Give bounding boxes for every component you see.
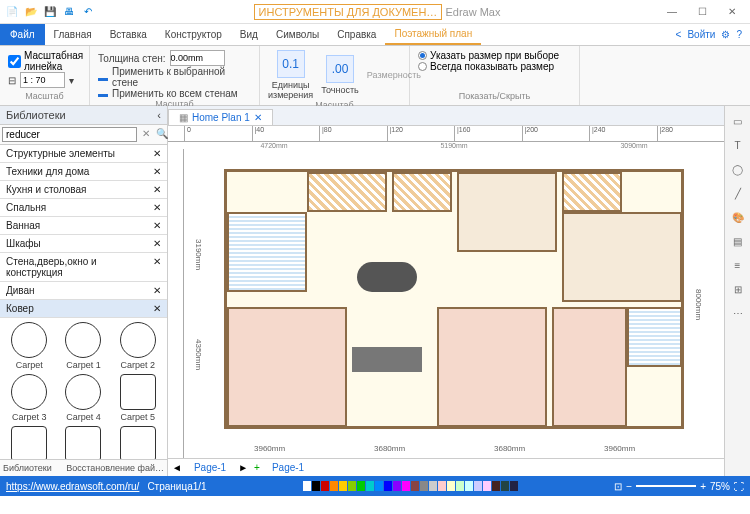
- help-icon[interactable]: ?: [736, 29, 742, 40]
- color-swatch[interactable]: [456, 481, 464, 491]
- wall-thickness-input[interactable]: [170, 50, 225, 66]
- color-swatch[interactable]: [510, 481, 518, 491]
- tool-align-icon[interactable]: ≡: [729, 256, 747, 274]
- library-search-input[interactable]: [2, 127, 137, 142]
- scale-ruler-checkbox[interactable]: [8, 55, 21, 68]
- tool-group-icon[interactable]: ⊞: [729, 280, 747, 298]
- color-swatch[interactable]: [330, 481, 338, 491]
- lib-cat-bathroom[interactable]: Ванная✕: [0, 217, 167, 235]
- page-tab-1[interactable]: Page-1: [188, 461, 232, 474]
- scale-increase-icon[interactable]: ▾: [69, 75, 74, 86]
- menu-view[interactable]: Вид: [231, 24, 267, 45]
- footer-restore[interactable]: Восстановление фай…: [66, 463, 164, 473]
- close-icon[interactable]: ✕: [718, 2, 746, 22]
- room-bath-2[interactable]: [627, 307, 682, 367]
- color-swatch[interactable]: [465, 481, 473, 491]
- color-swatch[interactable]: [357, 481, 365, 491]
- zoom-fit-icon[interactable]: ⊡: [614, 481, 622, 492]
- color-swatch[interactable]: [339, 481, 347, 491]
- libraries-collapse-icon[interactable]: ‹: [157, 109, 161, 121]
- room-bedroom-1[interactable]: [227, 307, 347, 427]
- tool-select-icon[interactable]: ▭: [729, 112, 747, 130]
- color-swatch[interactable]: [366, 481, 374, 491]
- lib-cat-cabinets[interactable]: Шкафы✕: [0, 235, 167, 253]
- lib-cat-carpet[interactable]: Ковер✕: [0, 300, 167, 318]
- tool-text-icon[interactable]: T: [729, 136, 747, 154]
- shape-carpet[interactable]: Carpet: [4, 322, 54, 370]
- shape-carpet-7[interactable]: Carpet 7: [58, 426, 108, 459]
- lib-cat-sofa[interactable]: Диван✕: [0, 282, 167, 300]
- file-menu[interactable]: Файл: [0, 24, 45, 45]
- lib-cat-structural[interactable]: Структурные элементы✕: [0, 145, 167, 163]
- color-swatch[interactable]: [393, 481, 401, 491]
- menu-design[interactable]: Конструктор: [156, 24, 231, 45]
- tool-more-icon[interactable]: ⋯: [729, 304, 747, 322]
- tool-fill-icon[interactable]: 🎨: [729, 208, 747, 226]
- fullscreen-icon[interactable]: ⛶: [734, 481, 744, 492]
- scale-input[interactable]: [20, 72, 65, 88]
- shape-carpet-1[interactable]: Carpet 1: [58, 322, 108, 370]
- footer-libraries[interactable]: Библиотеки: [3, 463, 52, 473]
- dining-table[interactable]: [357, 262, 417, 292]
- color-swatch[interactable]: [402, 481, 410, 491]
- page-add-icon[interactable]: +: [254, 462, 260, 473]
- tool-layers-icon[interactable]: ▤: [729, 232, 747, 250]
- settings-icon[interactable]: ⚙: [721, 29, 730, 40]
- zoom-out-icon[interactable]: −: [626, 481, 632, 492]
- color-swatch[interactable]: [438, 481, 446, 491]
- menu-floorplan[interactable]: Поэтажный план: [385, 24, 481, 45]
- scale-decrease-icon[interactable]: ⊟: [8, 75, 16, 86]
- login-link[interactable]: Войти: [687, 29, 715, 40]
- shape-carpet-2[interactable]: Carpet 2: [113, 322, 163, 370]
- apply-selected-wall[interactable]: ▬Применить к выбранной стене: [98, 66, 251, 88]
- page-nav-prev-icon[interactable]: ◄: [172, 462, 182, 473]
- room-bedroom-2[interactable]: [437, 307, 547, 427]
- room-balcony-2[interactable]: [392, 172, 452, 212]
- room-bath-1[interactable]: [227, 212, 307, 292]
- color-swatch[interactable]: [447, 481, 455, 491]
- color-swatch[interactable]: [474, 481, 482, 491]
- share-icon[interactable]: <: [676, 29, 682, 40]
- tool-shape-icon[interactable]: ◯: [729, 160, 747, 178]
- color-swatch[interactable]: [420, 481, 428, 491]
- qat-open-icon[interactable]: 📂: [23, 4, 39, 20]
- page-tab-2[interactable]: Page-1: [266, 461, 310, 474]
- color-swatch[interactable]: [312, 481, 320, 491]
- lib-cat-bedroom[interactable]: Спальня✕: [0, 199, 167, 217]
- precision-button[interactable]: .00: [326, 55, 354, 83]
- menu-insert[interactable]: Вставка: [101, 24, 156, 45]
- status-url[interactable]: https://www.edrawsoft.com/ru/: [6, 481, 139, 492]
- room-balcony-1[interactable]: [307, 172, 387, 212]
- color-swatch[interactable]: [348, 481, 356, 491]
- menu-home[interactable]: Главная: [45, 24, 101, 45]
- maximize-icon[interactable]: ☐: [688, 2, 716, 22]
- color-swatch[interactable]: [483, 481, 491, 491]
- shape-carpet-3[interactable]: Carpet 3: [4, 374, 54, 422]
- color-swatch[interactable]: [492, 481, 500, 491]
- canvas[interactable]: 3190mm 4350mm 8000mm 3960mm 3680mm 3680m…: [184, 149, 724, 458]
- color-swatch[interactable]: [411, 481, 419, 491]
- close-icon[interactable]: ✕: [153, 148, 161, 159]
- tool-line-icon[interactable]: ╱: [729, 184, 747, 202]
- room-study[interactable]: [562, 212, 682, 302]
- search-clear-icon[interactable]: ✕: [139, 125, 153, 144]
- color-swatch[interactable]: [429, 481, 437, 491]
- lib-cat-appliances[interactable]: Техники для дома✕: [0, 163, 167, 181]
- shape-carpet-8[interactable]: Carpet 8: [113, 426, 163, 459]
- color-swatch[interactable]: [384, 481, 392, 491]
- show-on-select-radio[interactable]: [418, 51, 427, 60]
- lib-cat-kitchen[interactable]: Кухня и столовая✕: [0, 181, 167, 199]
- zoom-slider[interactable]: [636, 485, 696, 487]
- lib-cat-walls[interactable]: Стена,дверь,окно и конструкция✕: [0, 253, 167, 282]
- qat-save-icon[interactable]: 💾: [42, 4, 58, 20]
- units-button[interactable]: 0.1: [277, 50, 305, 78]
- room-kitchen[interactable]: [457, 172, 557, 252]
- zoom-in-icon[interactable]: +: [700, 481, 706, 492]
- room-balcony-3[interactable]: [562, 172, 622, 212]
- floorplan-outline[interactable]: [224, 169, 684, 429]
- color-swatch[interactable]: [375, 481, 383, 491]
- color-swatch[interactable]: [321, 481, 329, 491]
- document-tab[interactable]: ▦Home Plan 1✕: [168, 109, 273, 125]
- shape-carpet-5[interactable]: Carpet 5: [113, 374, 163, 422]
- color-swatch[interactable]: [303, 481, 311, 491]
